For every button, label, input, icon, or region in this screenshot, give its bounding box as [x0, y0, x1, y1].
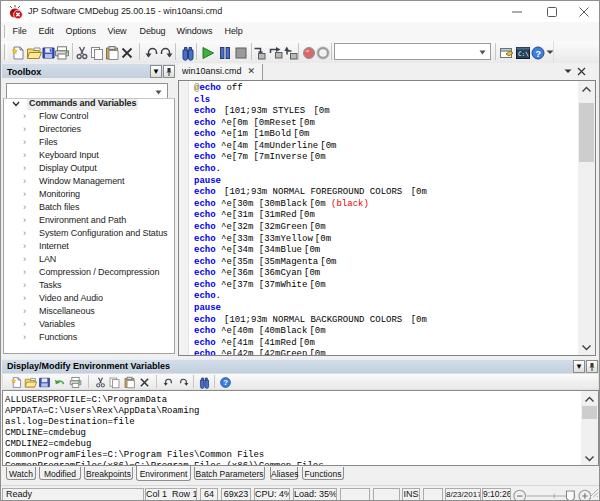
- svg-text:?: ?: [535, 48, 541, 59]
- svg-text:C:\: C:\: [518, 50, 529, 57]
- svg-text:?: ?: [223, 378, 228, 387]
